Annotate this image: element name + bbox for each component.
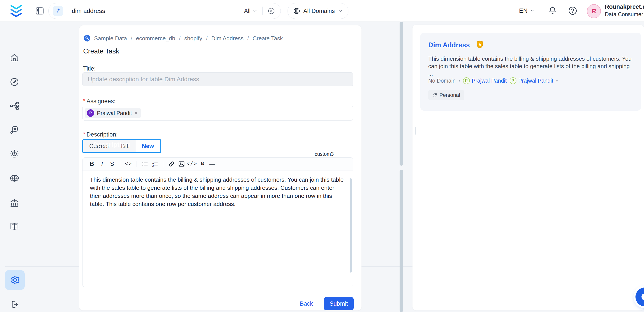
tag-icon <box>432 93 437 98</box>
panel-scrollbar-thumb[interactable] <box>415 127 416 134</box>
create-task-card: Sample Data/ecommerce_db/shopify/Dim Add… <box>79 26 362 310</box>
custom3-label: custom3 <box>315 151 334 157</box>
breadcrumb-separator: / <box>247 35 249 42</box>
entity-title-link[interactable]: Dim Address <box>428 41 470 49</box>
app-root: dim address All All Domains EN <box>0 0 644 312</box>
editor-code-block-button[interactable]: </> <box>186 159 197 169</box>
global-search[interactable]: dim address All <box>48 3 281 19</box>
sidebar-item-explore[interactable] <box>10 77 20 87</box>
editor-content[interactable]: This dimension table contains the billin… <box>82 171 353 213</box>
domain-label: No Domain <box>428 78 456 84</box>
search-input[interactable]: dim address <box>72 8 105 15</box>
tab-current[interactable]: Current <box>83 140 115 152</box>
ai-sparkle-icon <box>53 6 63 16</box>
editor-bulleted-list-button[interactable] <box>140 159 150 169</box>
breadcrumb-item-0[interactable]: Sample Data <box>94 35 127 42</box>
owner-avatar: P <box>463 77 470 84</box>
search-filter-dropdown[interactable]: All <box>244 8 258 15</box>
required-asterisk: * <box>83 131 85 137</box>
task-title-input[interactable] <box>82 72 353 86</box>
rich-text-editor: BIS<>12</>❝— This dimension table contai… <box>82 157 353 287</box>
editor-scrollbar[interactable] <box>350 178 352 272</box>
app-logo-icon[interactable] <box>10 3 23 18</box>
user-avatar[interactable]: R <box>587 4 601 18</box>
user-avatar-initial: R <box>592 8 596 15</box>
sidebar-item-insights[interactable] <box>10 149 20 159</box>
sidebar-item-home[interactable] <box>10 53 20 63</box>
scrollbar-thumb[interactable] <box>400 170 403 312</box>
breadcrumb: Sample Data/ecommerce_db/shopify/Dim Add… <box>83 34 283 43</box>
title-label: Title: <box>83 65 96 72</box>
sidebar-nav <box>0 22 29 312</box>
logout-button[interactable] <box>10 299 19 309</box>
insights-icon <box>10 149 20 159</box>
tag-label: Personal <box>440 92 460 98</box>
editor-inline-code-button[interactable]: <> <box>124 159 134 169</box>
editor-numbered-list-button[interactable]: 12 <box>150 159 160 169</box>
clear-search-icon[interactable] <box>268 7 275 15</box>
breadcrumb-item-1[interactable]: ecommerce_db <box>136 35 175 42</box>
breadcrumb-item-3[interactable]: Dim Address <box>212 35 244 42</box>
entity-preview-panel: Dim Address This dimension table contain… <box>412 25 644 310</box>
globe-icon <box>10 173 20 183</box>
breadcrumb-separator: / <box>206 35 208 42</box>
sidebar-item-glossary[interactable] <box>10 221 20 231</box>
chevron-down-icon <box>252 8 258 14</box>
notifications-bell-icon[interactable] <box>548 6 558 16</box>
breadcrumb-separator: / <box>179 35 180 42</box>
tag-chip-personal[interactable]: Personal <box>428 90 464 100</box>
book-icon <box>10 221 20 231</box>
language-label: EN <box>519 7 528 14</box>
sidebar-item-domains[interactable] <box>10 173 20 183</box>
editor-paragraph: This dimension table contains the billin… <box>90 176 346 208</box>
owner-0[interactable]: PPrajwal Pandit <box>463 77 507 84</box>
tab-new[interactable]: New <box>136 140 160 152</box>
user-info[interactable]: Rounakpreet.d Data Consumer <box>605 3 644 18</box>
all-domains-dropdown[interactable]: All Domains <box>288 3 348 19</box>
assignee-name: Prajwal Pandit <box>97 110 132 116</box>
scrollbar-thumb[interactable] <box>400 22 403 166</box>
sidebar-toggle-icon[interactable] <box>34 6 45 16</box>
sidebar-item-observability[interactable] <box>10 125 20 135</box>
logout-icon <box>10 299 19 309</box>
search-filter-label: All <box>244 8 250 15</box>
chevron-down-icon <box>338 8 343 14</box>
breadcrumb-item-2[interactable]: shopify <box>184 35 202 42</box>
assignees-label: *Assignees: <box>83 98 115 105</box>
gold-tier-badge-icon <box>475 40 485 50</box>
numbered-list-icon: 12 <box>152 160 159 168</box>
entity-summary-card: Dim Address This dimension table contain… <box>420 33 641 111</box>
top-bar: dim address All All Domains EN <box>0 0 644 22</box>
search-divider <box>262 7 262 15</box>
editor-italic-button[interactable]: I <box>97 159 107 169</box>
editor-bold-button[interactable]: B <box>87 159 97 169</box>
editor-strikethrough-button[interactable]: S <box>107 159 117 169</box>
language-selector[interactable]: EN <box>519 0 535 22</box>
editor-quote-button[interactable]: ❝ <box>197 157 207 171</box>
entity-meta-row: No Domain •PPrajwal PanditPPrajwal Pandi… <box>428 77 558 84</box>
lineage-icon <box>10 101 20 111</box>
owner-1[interactable]: PPrajwal Pandit <box>510 77 554 84</box>
back-button[interactable]: Back <box>300 297 313 310</box>
assignees-select[interactable]: P Prajwal Pandit × <box>82 106 353 120</box>
submit-button[interactable]: Submit <box>324 297 354 310</box>
sidebar-item-governance[interactable] <box>10 198 20 208</box>
page-scrollbar[interactable] <box>400 22 403 312</box>
editor-link-button[interactable] <box>166 159 176 169</box>
tab-diff[interactable]: Diff <box>115 140 136 152</box>
page-title: Create Task <box>83 47 119 55</box>
toolbar-separator <box>136 161 137 167</box>
svg-text:2: 2 <box>152 164 154 167</box>
remove-assignee-icon[interactable]: × <box>134 110 138 116</box>
editor-horizontal-rule-button[interactable]: — <box>207 159 217 169</box>
assignee-chip: P Prajwal Pandit × <box>85 108 141 118</box>
sidebar-item-settings[interactable] <box>5 270 25 290</box>
sidebar-item-lineage[interactable] <box>10 101 20 111</box>
owner-name-link: Prajwal Pandit <box>472 78 507 84</box>
required-asterisk: * <box>83 98 85 104</box>
breadcrumb-item-4: Create Task <box>252 35 283 42</box>
help-icon[interactable] <box>568 6 578 16</box>
owner-avatar: P <box>510 77 516 84</box>
link-icon <box>168 160 175 168</box>
editor-image-button[interactable] <box>176 159 186 169</box>
